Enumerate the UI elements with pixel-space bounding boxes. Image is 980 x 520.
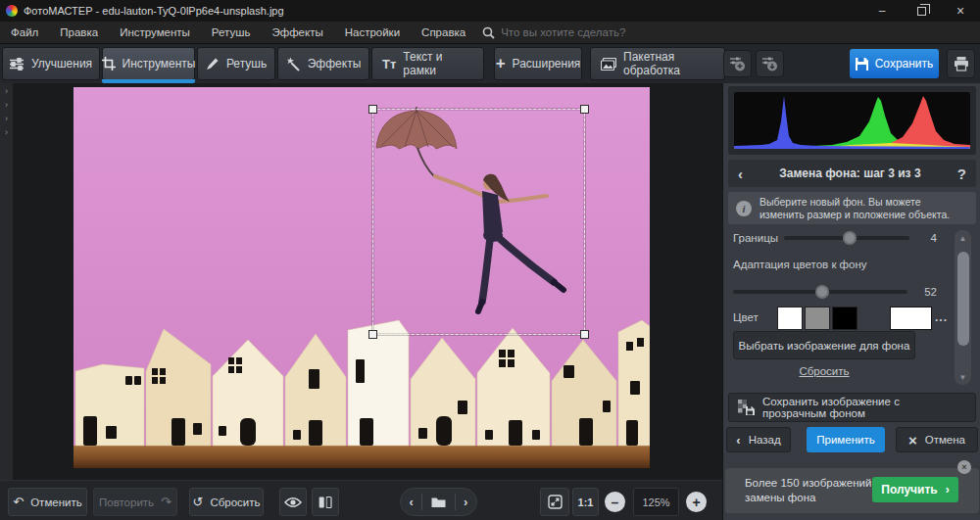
scrollbar-up-button[interactable]: ▲ xyxy=(955,230,971,246)
print-button[interactable] xyxy=(947,49,975,78)
back-button[interactable]: ‹ Назад xyxy=(726,427,791,452)
tab-text-frames[interactable]: Tт Текст и рамки xyxy=(371,47,484,80)
adaptation-slider-track[interactable] xyxy=(733,290,907,294)
info-icon: i xyxy=(736,201,752,216)
tab-batch-processing[interactable]: Пакетная обработка xyxy=(590,47,725,80)
selection-handle-bottom-right[interactable] xyxy=(580,330,589,339)
preset-export-button[interactable] xyxy=(756,50,784,77)
search-input[interactable] xyxy=(501,26,697,38)
panel-expand-chevron[interactable]: › xyxy=(5,127,8,138)
actual-size-button[interactable]: 1:1 xyxy=(572,488,599,516)
color-swatch-black[interactable] xyxy=(832,307,858,330)
app-logo-icon xyxy=(6,5,18,17)
get-label: Получить xyxy=(881,483,937,496)
close-button[interactable]: × xyxy=(941,0,980,22)
eye-icon xyxy=(284,496,302,508)
save-transparent-button[interactable]: Сохранить изображение с прозрачным фоном xyxy=(728,393,976,422)
menu-file[interactable]: Файл xyxy=(0,22,49,43)
tab-enhancements[interactable]: Улучшения xyxy=(2,47,100,80)
info-text: Выберите новый фон. Вы можете изменить р… xyxy=(760,196,968,220)
reset-link[interactable]: Сбросить xyxy=(723,365,925,377)
promo-close-button[interactable]: × xyxy=(957,460,971,474)
panel-expand-chevron[interactable]: › xyxy=(5,100,8,111)
panel-expand-chevron[interactable]: › xyxy=(5,114,8,124)
border-slider-handle[interactable] xyxy=(843,231,857,245)
tab-label: Пакетная обработка xyxy=(623,50,714,77)
adaptation-slider-handle[interactable] xyxy=(815,285,829,299)
preset-add-button[interactable] xyxy=(723,50,752,77)
current-color-swatch[interactable] xyxy=(890,307,932,330)
cancel-button[interactable]: × Отмена xyxy=(896,427,978,452)
choose-background-button[interactable]: Выбрать изображение для фона xyxy=(733,331,915,359)
panel-header: ‹ Замена фона: шаг 3 из 3 ? xyxy=(728,160,976,187)
zoom-in-button[interactable]: + xyxy=(686,492,707,512)
compare-eye-button[interactable] xyxy=(279,488,307,516)
minimize-button[interactable]: – xyxy=(862,0,902,22)
selection-box[interactable] xyxy=(372,109,585,335)
tab-label: Текст и рамки xyxy=(403,50,473,77)
menu-settings[interactable]: Настройки xyxy=(334,22,411,43)
promo-banner: Более 150 изображений для замены фона По… xyxy=(725,468,979,513)
effects-wand-icon xyxy=(286,57,301,71)
menu-help[interactable]: Справка xyxy=(411,22,476,43)
cancel-label: Отмена xyxy=(925,434,965,446)
divider xyxy=(455,494,456,510)
restore-button[interactable] xyxy=(902,0,941,22)
fit-screen-button[interactable] xyxy=(540,488,569,516)
menu-tools[interactable]: Инструменты xyxy=(109,22,201,43)
selection-handle-bottom-left[interactable] xyxy=(368,330,377,339)
rgb-histogram xyxy=(728,86,976,155)
undo-button[interactable]: ↶ Отменить xyxy=(8,488,87,516)
info-box: i Выберите новый фон. Вы можете изменить… xyxy=(728,192,976,224)
tab-retouch[interactable]: Ретушь xyxy=(197,47,275,80)
redo-label: Повторить xyxy=(99,496,154,508)
help-button[interactable]: ? xyxy=(957,165,966,182)
selection-handle-top-left[interactable] xyxy=(368,105,377,114)
color-swatch-gray[interactable] xyxy=(805,307,830,330)
adaptation-slider-label: Адаптация цветов к фону xyxy=(733,259,867,270)
scrollbar-down-button[interactable]: ▼ xyxy=(955,369,971,385)
photo-canvas[interactable] xyxy=(74,87,650,468)
border-slider-track[interactable] xyxy=(784,236,909,240)
right-panel: ‹ Замена фона: шаг 3 из 3 ? i Выберите н… xyxy=(722,83,980,520)
back-label: Назад xyxy=(749,434,781,446)
adaptation-slider-value: 52 xyxy=(907,286,937,298)
color-label: Цвет xyxy=(733,311,759,323)
printer-icon xyxy=(954,57,969,71)
split-view-icon xyxy=(318,496,332,509)
more-colors-button[interactable]: ... xyxy=(935,310,948,324)
tab-bar: Улучшения Инструменты Ретушь Эффекты Tт … xyxy=(0,44,980,83)
tab-label: Эффекты xyxy=(308,57,362,71)
title-bar: ФотоМАСТЕР - edu-lauton-TyQ-0lPp6e4-unsp… xyxy=(0,0,980,22)
tab-effects[interactable]: Эффекты xyxy=(277,47,369,80)
bottom-toolbar: ↶ Отменить Повторить ↷ ↺ Сбросить ‹ xyxy=(0,480,722,520)
redo-button[interactable]: Повторить ↷ xyxy=(93,488,177,516)
split-view-button[interactable] xyxy=(312,488,339,516)
reset-button[interactable]: ↺ Сбросить xyxy=(189,488,264,516)
tab-label: Улучшения xyxy=(31,57,92,71)
prev-photo-button[interactable]: ‹ xyxy=(410,495,414,509)
panel-back-button[interactable]: ‹ xyxy=(738,165,743,182)
save-button[interactable]: Сохранить xyxy=(850,49,939,78)
selection-handle-top-right[interactable] xyxy=(580,105,589,114)
zoom-out-button[interactable]: – xyxy=(605,492,625,512)
color-swatch-white[interactable] xyxy=(777,307,803,330)
tab-tools[interactable]: Инструменты xyxy=(102,47,195,80)
tab-extensions[interactable]: + Расширения xyxy=(494,47,582,80)
apply-button[interactable]: Применить xyxy=(807,427,885,452)
panel-expand-chevron[interactable]: › xyxy=(5,86,8,97)
next-photo-button[interactable]: › xyxy=(464,495,467,509)
window-title: ФотоМАСТЕР - edu-lauton-TyQ-0lPp6e4-unsp… xyxy=(24,5,862,17)
open-folder-button[interactable] xyxy=(431,496,446,508)
menu-effects[interactable]: Эффекты xyxy=(261,22,333,43)
scrollbar-thumb[interactable] xyxy=(957,252,969,346)
get-button[interactable]: Получить › xyxy=(872,477,958,502)
panel-scrollbar[interactable]: ▲ ▼ xyxy=(955,230,971,385)
menu-edit[interactable]: Правка xyxy=(49,22,109,43)
menu-retouch[interactable]: Ретушь xyxy=(201,22,262,43)
chevron-left-icon: ‹ xyxy=(736,433,740,448)
save-floppy-icon xyxy=(856,58,868,71)
menu-bar: Файл Правка Инструменты Ретушь Эффекты Н… xyxy=(0,22,980,44)
expand-icon xyxy=(548,495,563,509)
chevron-right-icon: › xyxy=(946,483,950,496)
